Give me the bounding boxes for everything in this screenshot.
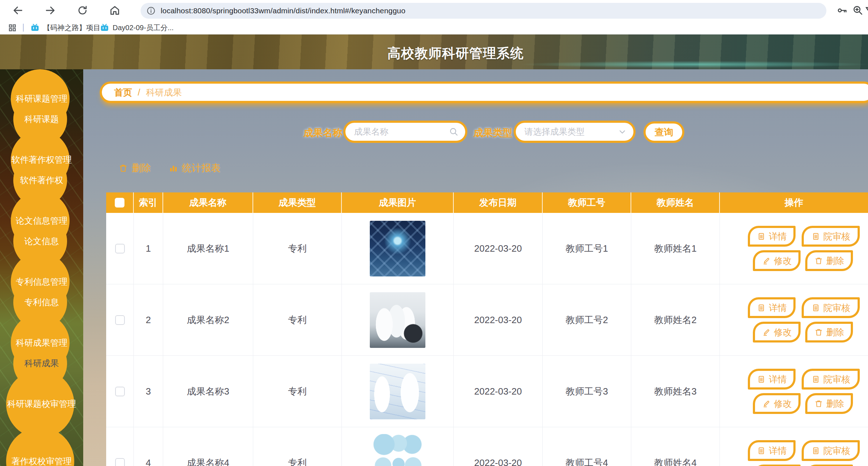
- zoom-plus-icon[interactable]: [852, 5, 864, 16]
- review-button[interactable]: 院审核: [802, 226, 860, 247]
- detail-button[interactable]: 详情: [748, 297, 796, 318]
- edit-label: 修改: [774, 398, 792, 410]
- cell-name: 成果名称2: [163, 284, 253, 356]
- forward-icon[interactable]: [44, 5, 56, 16]
- pencil-icon: [762, 256, 771, 265]
- stats-report-label: 统计报表: [182, 162, 221, 174]
- result-type-select[interactable]: 请选择成果类型: [514, 121, 636, 143]
- breadcrumb: 首页 / 科研成果: [100, 81, 868, 103]
- row-checkbox[interactable]: [115, 458, 125, 466]
- detail-label: 详情: [769, 373, 787, 385]
- reload-icon[interactable]: [77, 5, 88, 16]
- cell-date: 2022-03-20: [454, 284, 543, 356]
- edit-button[interactable]: 修改: [753, 465, 801, 466]
- col-header-index: 索引: [134, 192, 163, 213]
- sidebar-nav: 科研课题管理 科研课题 软件著作权管理 软件著作权 论文信息管理 论文信息 专利…: [0, 69, 83, 466]
- key-icon[interactable]: [836, 5, 848, 16]
- trash-icon: [814, 399, 823, 408]
- cell-index: 4: [134, 427, 163, 466]
- sidebar-item-lunwenxinxi[interactable]: 论文信息: [0, 235, 83, 248]
- cell-actions: 详情 院审核 修改 删除: [720, 356, 868, 427]
- detail-button[interactable]: 详情: [748, 226, 796, 247]
- sidebar-item-keyanchengguo-active[interactable]: 科研成果: [0, 357, 83, 370]
- cell-teacher-id: 教师工号4: [543, 427, 631, 466]
- pencil-icon: [762, 399, 771, 408]
- col-header-name: 成果名称: [163, 192, 253, 213]
- result-name-input[interactable]: [354, 127, 445, 137]
- result-image[interactable]: [370, 221, 425, 276]
- header-select-all[interactable]: [106, 192, 134, 213]
- breadcrumb-separator: /: [138, 87, 140, 98]
- cell-image: [342, 427, 454, 466]
- cell-index: 3: [134, 356, 163, 427]
- bookmarks-divider: [23, 24, 24, 32]
- sidebar-group-label: 科研课题管理: [0, 92, 83, 105]
- document-icon: [811, 446, 820, 455]
- delete-button[interactable]: 删除: [805, 250, 853, 271]
- sidebar-group-label: 软件著作权管理: [0, 153, 83, 166]
- edit-button[interactable]: 修改: [753, 322, 801, 342]
- edit-button[interactable]: 修改: [753, 250, 801, 271]
- cell-teacher-id: 教师工号1: [543, 213, 631, 284]
- row-checkbox[interactable]: [115, 315, 125, 325]
- sidebar-item-keyanketixiaoshen[interactable]: 科研课题校审管理: [0, 397, 83, 410]
- select-all-checkbox[interactable]: [115, 198, 124, 208]
- delete-label: 删除: [826, 398, 844, 410]
- cell-image: [342, 284, 454, 356]
- review-label: 院审核: [824, 302, 850, 314]
- edit-button[interactable]: 修改: [753, 393, 801, 414]
- row-checkbox[interactable]: [115, 387, 125, 396]
- sidebar-item-zhuanlixinxi[interactable]: 专利信息: [0, 296, 83, 309]
- home-icon[interactable]: [109, 5, 121, 16]
- sidebar-item-ruanjianzhuzuoquan[interactable]: 软件著作权: [0, 174, 83, 187]
- cell-date: 2022-03-20: [454, 213, 543, 284]
- back-icon[interactable]: [12, 5, 24, 16]
- app-header-banner: 高校教师科研管理系统 管理员 abo 退出: [0, 34, 868, 69]
- row-checkbox[interactable]: [115, 244, 125, 253]
- bilibili-icon: [30, 23, 40, 33]
- col-header-type: 成果类型: [253, 192, 342, 213]
- detail-label: 详情: [769, 445, 787, 457]
- col-header-date: 发布日期: [454, 192, 543, 213]
- result-image[interactable]: [370, 364, 425, 419]
- stats-report-button[interactable]: 统计报表: [169, 162, 221, 174]
- batch-delete-label: 删除: [132, 162, 151, 174]
- results-table: 索引 成果名称 成果类型 成果图片 发布日期 教师工号 教师姓名 操作 1 成果…: [106, 192, 868, 466]
- result-name-field-wrap: [343, 121, 467, 143]
- col-header-teacher-id: 教师工号: [543, 192, 631, 213]
- chevron-down-icon: [618, 127, 627, 136]
- result-image[interactable]: [373, 434, 422, 466]
- delete-button[interactable]: 删除: [805, 465, 853, 466]
- cell-teacher-id: 教师工号2: [543, 284, 631, 356]
- sidebar-item-keyanketi[interactable]: 科研课题: [0, 113, 83, 126]
- sidebar-item-zhuzuoquanxiaoshen[interactable]: 著作权校审管理: [0, 455, 83, 466]
- review-button[interactable]: 院审核: [802, 440, 860, 461]
- info-icon[interactable]: [146, 6, 156, 15]
- breadcrumb-home-link[interactable]: 首页: [114, 87, 132, 98]
- cell-teacher-name: 教师姓名4: [631, 427, 720, 466]
- cell-teacher-id: 教师工号3: [543, 356, 631, 427]
- review-button[interactable]: 院审核: [802, 369, 860, 390]
- col-header-image: 成果图片: [342, 192, 454, 213]
- review-label: 院审核: [824, 373, 850, 385]
- detail-button[interactable]: 详情: [748, 369, 796, 390]
- result-image[interactable]: [370, 292, 425, 348]
- delete-button[interactable]: 删除: [805, 322, 853, 342]
- search-button[interactable]: 查询: [643, 121, 684, 143]
- review-button[interactable]: 院审核: [802, 297, 860, 318]
- delete-button[interactable]: 删除: [805, 393, 853, 414]
- url-bar[interactable]: localhost:8080/springbootl33wm/admin/dis…: [141, 3, 826, 19]
- detail-button[interactable]: 详情: [748, 440, 796, 461]
- bar-chart-icon: [169, 163, 178, 173]
- detail-label: 详情: [769, 302, 787, 314]
- partial-toolbar-icon[interactable]: [864, 5, 868, 16]
- bookmark-item[interactable]: Day02-09-员工分...: [100, 23, 174, 33]
- document-icon: [811, 375, 820, 384]
- batch-delete-button[interactable]: 删除: [118, 162, 151, 174]
- bookmark-item[interactable]: 【码神之路】项目...: [30, 23, 107, 33]
- sidebar-group-label: 科研成果管理: [0, 336, 83, 349]
- document-icon: [811, 303, 820, 312]
- cell-name: 成果名称1: [163, 213, 253, 284]
- table-row-cell: [106, 356, 134, 427]
- apps-grid-icon[interactable]: [8, 23, 19, 35]
